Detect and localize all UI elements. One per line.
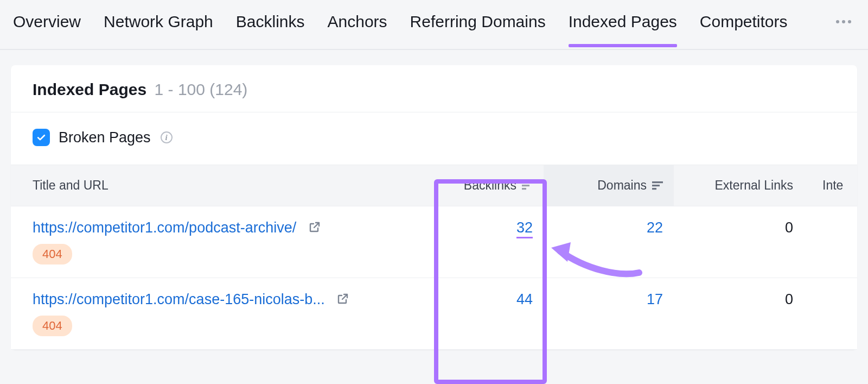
col-title-url-label: Title and URL	[33, 178, 108, 193]
col-backlinks-label: Backlinks	[464, 178, 516, 193]
svg-point-1	[842, 20, 845, 23]
domains-count-link[interactable]: 17	[647, 291, 663, 307]
status-badge: 404	[33, 316, 72, 336]
external-links-count: 0	[785, 291, 793, 307]
status-badge: 404	[33, 244, 72, 265]
tab-anchors[interactable]: Anchors	[328, 12, 387, 46]
info-icon[interactable]: i	[161, 131, 173, 143]
tabs-more-button[interactable]	[835, 20, 855, 39]
svg-rect-4	[522, 185, 529, 186]
svg-rect-8	[652, 188, 656, 190]
card-header: Indexed Pages 1 - 100 (124)	[11, 65, 857, 112]
col-external-links[interactable]: External Links	[674, 165, 804, 206]
col-backlinks[interactable]: Backlinks	[424, 165, 544, 206]
url-link[interactable]: https://competitor1.com/case-165-nicolas…	[33, 291, 325, 307]
svg-point-2	[848, 20, 851, 23]
cell-external: 0	[674, 206, 804, 278]
sort-desc-icon	[522, 181, 533, 190]
tab-network-graph[interactable]: Network Graph	[104, 12, 213, 46]
cell-domains: 22	[544, 206, 674, 278]
cell-backlinks: 44	[424, 278, 544, 349]
table-row: https://competitor1.com/podcast-archive/…	[11, 206, 857, 278]
col-internal-links-label: Inte	[822, 178, 843, 192]
tab-competitors[interactable]: Competitors	[700, 12, 788, 46]
col-title-url[interactable]: Title and URL	[11, 165, 424, 206]
svg-rect-7	[652, 185, 660, 186]
external-link-icon[interactable]	[336, 292, 349, 305]
cell-title-url: https://competitor1.com/podcast-archive/…	[11, 206, 424, 278]
cell-domains: 17	[544, 278, 674, 349]
tab-indexed-pages[interactable]: Indexed Pages	[569, 12, 677, 46]
tab-overview[interactable]: Overview	[13, 12, 81, 46]
backlinks-count-link[interactable]: 44	[516, 291, 533, 307]
table-body: https://competitor1.com/podcast-archive/…	[11, 206, 857, 350]
page-range-count: 1 - 100 (124)	[155, 80, 248, 98]
broken-pages-label: Broken Pages	[59, 129, 151, 146]
check-icon	[36, 132, 47, 143]
col-domains[interactable]: Domains	[544, 165, 674, 206]
table-row: https://competitor1.com/case-165-nicolas…	[11, 278, 857, 350]
cell-external: 0	[674, 278, 804, 349]
filter-row: Broken Pages i	[11, 112, 857, 165]
domains-count-link[interactable]: 22	[647, 219, 663, 236]
col-domains-label: Domains	[597, 178, 647, 193]
tabs-nav: Overview Network Graph Backlinks Anchors…	[0, 0, 868, 50]
cell-internal	[804, 278, 868, 349]
url-link[interactable]: https://competitor1.com/podcast-archive/	[33, 219, 296, 236]
tab-referring-domains[interactable]: Referring Domains	[410, 12, 546, 46]
col-internal-links[interactable]: Inte	[804, 165, 868, 206]
indexed-pages-card: Indexed Pages 1 - 100 (124) Broken Pages…	[11, 65, 857, 350]
svg-rect-6	[652, 181, 663, 183]
page-title: Indexed Pages	[33, 80, 146, 98]
svg-rect-3	[522, 181, 533, 183]
cell-title-url: https://competitor1.com/case-165-nicolas…	[11, 278, 424, 349]
external-link-icon[interactable]	[308, 221, 321, 234]
backlinks-count-link[interactable]: 32	[516, 219, 533, 238]
col-external-links-label: External Links	[715, 178, 793, 192]
more-icon	[835, 20, 852, 24]
tab-backlinks[interactable]: Backlinks	[236, 12, 305, 46]
table-header: Title and URL Backlinks Domains External…	[11, 165, 857, 206]
svg-rect-5	[522, 188, 526, 190]
cell-internal	[804, 206, 868, 278]
broken-pages-checkbox[interactable]	[33, 129, 50, 146]
external-links-count: 0	[785, 219, 793, 236]
cell-backlinks: 32	[424, 206, 544, 278]
sort-desc-icon	[652, 181, 663, 190]
svg-point-0	[836, 20, 839, 23]
